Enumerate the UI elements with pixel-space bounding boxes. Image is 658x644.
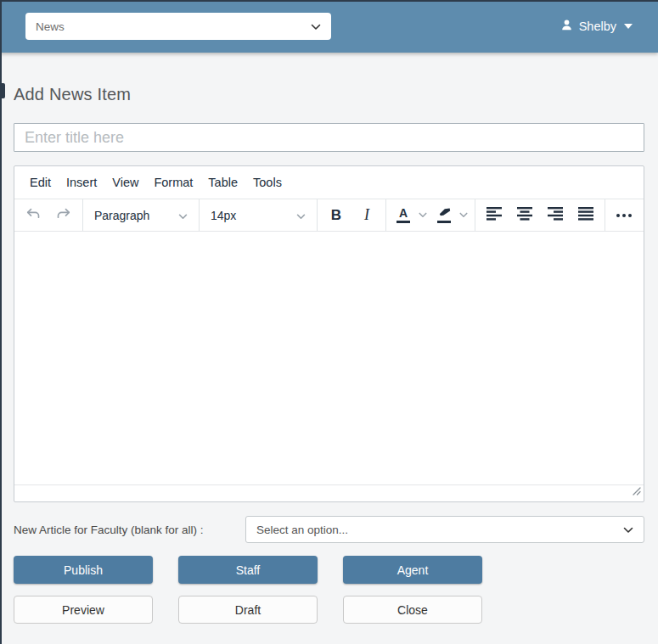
text-color-icon: A — [391, 202, 416, 229]
draft-button[interactable]: Draft — [178, 596, 318, 624]
chevron-down-icon — [296, 209, 306, 222]
align-justify-icon — [578, 207, 593, 224]
publish-button[interactable]: Publish — [14, 556, 153, 584]
text-color-button[interactable]: A — [391, 202, 430, 229]
chevron-down-icon — [178, 209, 188, 222]
align-center-button[interactable] — [510, 202, 539, 229]
block-format-select[interactable]: Paragraph — [87, 202, 194, 229]
italic-button[interactable]: I — [352, 202, 381, 229]
user-icon — [560, 19, 573, 34]
page-title: Add News Item — [14, 85, 644, 104]
menu-tools[interactable]: Tools — [245, 172, 290, 193]
menu-edit[interactable]: Edit — [22, 172, 59, 193]
align-justify-button[interactable] — [571, 202, 600, 229]
menu-format[interactable]: Format — [146, 172, 200, 193]
faculty-select[interactable]: Select an option... — [245, 516, 644, 543]
page-top-edge — [0, 0, 658, 2]
align-center-icon — [517, 207, 532, 224]
bold-icon: B — [331, 207, 341, 224]
italic-icon: I — [364, 206, 369, 224]
preview-button[interactable]: Preview — [14, 596, 153, 624]
block-format-value: Paragraph — [94, 209, 149, 222]
faculty-select-value: Select an option... — [256, 524, 348, 536]
font-size-value: 14px — [211, 209, 236, 222]
caret-down-icon — [624, 24, 633, 29]
redo-icon — [55, 205, 72, 226]
align-right-icon — [548, 207, 563, 224]
faculty-label: New Article for Faculty (blank for all) … — [14, 524, 204, 536]
faculty-row: New Article for Faculty (blank for all) … — [14, 516, 644, 543]
chevron-down-icon — [311, 20, 321, 33]
user-name: Shelby — [579, 20, 616, 33]
highlight-color-button[interactable] — [431, 202, 470, 229]
app-header: News Shelby — [0, 0, 658, 53]
rich-text-editor: Edit Insert View Format Table Tools — [14, 165, 644, 502]
undo-button[interactable] — [19, 202, 48, 229]
editor-statusbar — [14, 484, 644, 501]
align-left-button[interactable] — [480, 202, 509, 229]
redo-button[interactable] — [49, 202, 78, 229]
secondary-button-row: Preview Draft Close — [14, 596, 644, 624]
menu-table[interactable]: Table — [200, 172, 245, 193]
primary-button-row: Publish Staff Agent — [14, 556, 644, 584]
align-left-icon — [486, 207, 502, 224]
menu-insert[interactable]: Insert — [59, 172, 104, 193]
staff-button[interactable]: Staff — [178, 556, 318, 584]
user-menu[interactable]: Shelby — [560, 19, 633, 34]
editor-menubar: Edit Insert View Format Table Tools — [14, 166, 644, 199]
module-select[interactable]: News — [25, 13, 331, 40]
module-select-value: News — [36, 20, 65, 33]
more-options-icon — [616, 214, 632, 217]
editor-content[interactable] — [14, 232, 644, 484]
editor-toolbar: Paragraph 14px B — [14, 199, 644, 232]
agent-button[interactable]: Agent — [343, 556, 482, 584]
menu-view[interactable]: View — [104, 172, 146, 193]
close-button[interactable]: Close — [343, 596, 482, 624]
font-size-select[interactable]: 14px — [204, 202, 312, 229]
highlight-color-chevron[interactable] — [457, 202, 470, 229]
bold-button[interactable]: B — [322, 202, 351, 229]
chevron-down-icon — [623, 524, 633, 536]
undo-icon — [25, 205, 42, 226]
sidebar-collapsed-tab[interactable] — [0, 83, 5, 98]
title-input[interactable] — [14, 123, 644, 152]
align-right-button[interactable] — [541, 202, 570, 229]
resize-grip[interactable] — [632, 484, 641, 499]
highlighter-icon — [431, 202, 457, 229]
main-content: Add News Item Edit Insert View Format Ta… — [0, 85, 658, 624]
text-color-chevron[interactable] — [416, 202, 430, 229]
more-options-button[interactable] — [610, 202, 638, 229]
